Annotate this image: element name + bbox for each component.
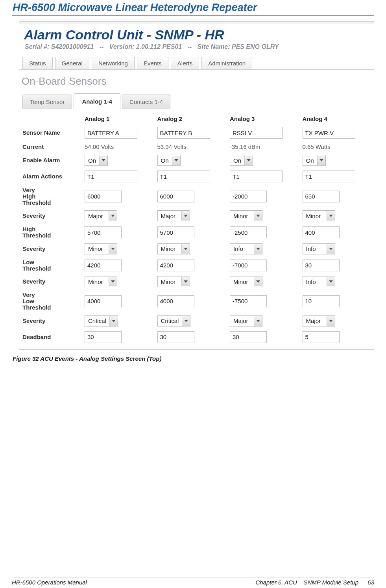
row-label-current: Current [22,141,84,152]
text-input[interactable] [303,331,340,343]
text-input[interactable] [85,331,122,343]
text-input[interactable] [157,295,194,307]
chevron-down-icon [254,244,262,254]
text-input[interactable] [303,171,355,182]
cell: Minor [157,241,229,257]
text-input[interactable] [230,260,267,271]
cell [229,329,302,345]
dropdown[interactable]: Minor [303,210,335,221]
version-label: Version: [109,43,134,50]
text-input[interactable] [230,295,267,307]
subtab-contacts-1-4[interactable]: Contacts 1-4 [122,95,170,109]
row-label-deadband: Deadband [22,329,84,345]
row-label-sev_vh: Severity [22,208,84,224]
dropdown[interactable]: On [85,155,108,166]
text-input[interactable] [230,226,267,238]
text-input[interactable] [303,226,340,238]
text-input[interactable] [230,191,267,202]
dropdown[interactable]: Major [230,315,262,326]
cell [229,124,302,141]
dropdown[interactable]: Info [303,276,335,287]
text-input[interactable] [85,260,122,271]
subtab-temp-sensor[interactable]: Temp Sensor [22,95,72,109]
dropdown[interactable]: On [230,155,253,166]
chevron-down-icon [181,211,190,221]
text-input[interactable] [85,171,137,182]
cell [84,224,157,241]
footer-right: Chapter 6. ACU – SNMP Module Setup — 63 [255,579,374,586]
dropdown-value: Major [85,213,109,219]
dropdown-value: On [158,157,172,164]
dropdown[interactable]: On [303,155,326,166]
text-input[interactable] [230,127,283,139]
dropdown[interactable]: Minor [157,243,190,254]
dropdown[interactable]: On [157,155,181,166]
tab-status[interactable]: Status [22,57,53,69]
subtab-analog-1-4[interactable]: Analog 1-4 [74,93,120,109]
section-header: On-Board Sensors [19,70,374,93]
site-value: PES ENG GLRY [232,43,279,50]
tab-networking[interactable]: Networking [92,57,135,69]
screenshot-region: Alarm Control Unit - SNMP - HR Serial #:… [19,21,374,350]
dropdown[interactable]: Critical [85,315,118,326]
text-input[interactable] [230,171,283,182]
dropdown[interactable]: Info [303,243,335,254]
readonly-value: 54.00 Volts [85,143,114,150]
cell [302,289,375,313]
cell: Minor [84,241,157,257]
tab-events[interactable]: Events [137,57,168,69]
dropdown-value: Critical [85,317,109,324]
row-label-sev_h: Severity [22,241,84,257]
text-input[interactable] [85,127,137,139]
cell [84,124,157,141]
cell [157,329,229,345]
tab-alerts[interactable]: Alerts [171,57,199,69]
dropdown[interactable]: Major [303,315,335,326]
dropdown-value: Minor [158,278,181,285]
analog-table: Analog 1Analog 2Analog 3Analog 4Sensor N… [22,111,374,345]
site-label: Site Name: [198,43,230,50]
text-input[interactable] [157,127,210,139]
text-input[interactable] [157,191,194,202]
dropdown[interactable]: Critical [157,315,191,326]
text-input[interactable] [303,260,340,271]
app-meta: Serial #: S42001000911 -- Version: 1.00.… [19,43,374,54]
dropdown[interactable]: Minor [230,210,262,221]
text-input[interactable] [157,171,210,182]
dropdown[interactable]: Minor [85,276,117,287]
cell [302,124,375,141]
dropdown-value: Critical [158,317,182,324]
text-input[interactable] [85,226,122,238]
text-input[interactable] [85,191,122,202]
cell: Minor [229,274,302,289]
tab-administration[interactable]: Administration [201,57,252,69]
tab-general[interactable]: General [55,57,89,69]
row-label-high: HighThreshold [22,224,84,241]
chevron-down-icon [254,211,262,221]
text-input[interactable] [303,127,355,139]
cell [84,257,157,274]
cell: 54.00 Volts [84,141,157,152]
text-input[interactable] [157,226,194,238]
cell: Info [229,241,302,257]
dropdown[interactable]: Minor [230,276,262,287]
dropdown[interactable]: Minor [85,243,117,254]
text-input[interactable] [157,260,194,271]
dropdown[interactable]: Minor [157,276,190,287]
text-input[interactable] [157,331,194,343]
app-title: Alarm Control Unit - SNMP - HR [19,24,374,43]
dropdown[interactable]: Major [157,210,190,221]
serial-value: S42001000911 [51,43,94,50]
text-input[interactable] [230,331,267,343]
divider-top [12,15,374,16]
doc-title: HR-6500 Microwave Linear Heterodyne Repe… [13,2,374,14]
dropdown-value: Info [303,245,327,252]
chevron-down-icon [181,277,190,286]
text-input[interactable] [303,191,340,202]
dropdown[interactable]: Info [230,243,262,254]
cell [302,168,375,185]
text-input[interactable] [85,295,122,307]
chevron-down-icon [254,316,262,326]
text-input[interactable] [303,295,340,307]
dropdown[interactable]: Major [85,210,117,221]
